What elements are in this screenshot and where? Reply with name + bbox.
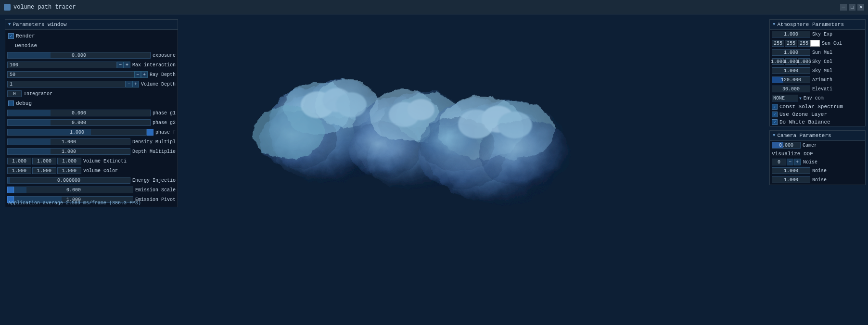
sky-col-fields: 1.006 1.006 1.006 (772, 58, 810, 65)
energy-inject-label: Energy Injectio (130, 178, 176, 183)
emission-scale-row: 0.000 Emission Scale (7, 186, 176, 194)
ray-depth-minus[interactable]: − (134, 71, 141, 78)
atm-collapse-arrow-icon[interactable]: ▼ (773, 22, 775, 27)
sun-col-g[interactable]: 255 (785, 40, 797, 47)
sky-mul-row: 1.000 Sky Mul (770, 66, 865, 75)
vol-color-b[interactable]: 1.000 (57, 167, 81, 174)
azimuth-row: 120.000 Azimuth (770, 75, 865, 84)
do-white-balance-row: Do White Balance (770, 118, 865, 126)
volume-depth-label: Volume Depth (139, 82, 176, 87)
visualize-dof-label: Visualize DOF (772, 151, 813, 157)
max-interaction-value: 100 (10, 62, 18, 68)
depth-mult-slider[interactable]: 1.000 (7, 148, 130, 155)
atm-panel-title: Atmosphere Parameters (777, 22, 844, 27)
volume-depth-minus[interactable]: − (126, 81, 132, 88)
sky-mul-field[interactable]: 1.000 (772, 67, 810, 74)
minimize-button[interactable]: ─ (840, 4, 847, 11)
const-solar-checkbox[interactable] (772, 104, 778, 110)
use-ozone-label: Use Ozone Layer (779, 112, 827, 117)
depth-mult-label: Depth Multiplie (130, 149, 176, 154)
render-checkbox[interactable] (8, 33, 14, 39)
vol-extinction-g[interactable]: 1.000 (32, 158, 56, 164)
ray-depth-field[interactable]: 50 (7, 71, 134, 78)
vol-extinction-r[interactable]: 1.000 (7, 158, 31, 164)
noise-plus-btn[interactable]: + (794, 159, 801, 165)
noise1-row: 1.000 Noise (770, 166, 865, 175)
sun-mul-field[interactable]: 1.000 (772, 49, 810, 56)
sky-col-row: 1.006 1.006 1.006 Sky Col (770, 57, 865, 66)
elevation-field[interactable]: 30.000 (772, 86, 810, 92)
noise2-label: Noise (810, 177, 827, 183)
sky-col-b[interactable]: 1.006 (798, 58, 810, 65)
vol-color-label: Volume Color (81, 168, 118, 174)
ray-depth-value: 50 (10, 72, 15, 77)
atm-panel-header: ▼ Atmosphere Parameters (770, 20, 865, 30)
emission-scale-color (7, 187, 14, 193)
phase-g1-slider[interactable]: 0.000 (7, 110, 151, 116)
emission-pivot-value: 1.000 (14, 197, 133, 202)
exposure-slider[interactable]: 0.000 (7, 52, 151, 59)
env-comp-value[interactable]: NONE (772, 95, 798, 101)
max-interaction-field[interactable]: 100 (7, 62, 117, 68)
energy-inject-slider[interactable]: 0.000000 (7, 177, 130, 184)
maximize-button[interactable]: □ (849, 4, 855, 11)
do-white-balance-checkbox[interactable] (772, 119, 778, 125)
camera-panel: ▼ Camera Parameters 0.000 Camer Visualiz… (769, 130, 866, 185)
env-comp-dropdown[interactable]: NONE ▼ (772, 95, 802, 101)
phase-f-slider[interactable]: 1.000 (7, 129, 147, 136)
cam-panel-title: Camera Parameters (777, 133, 831, 138)
vol-color-r[interactable]: 1.000 (7, 167, 31, 174)
noise-minus-btn[interactable]: − (787, 159, 793, 165)
noise-step-field[interactable]: 0 (772, 159, 786, 165)
sun-col-fields: 255 255 255 (772, 40, 810, 47)
vol-color-row: 1.000 1.000 1.000 Volume Color (7, 166, 176, 175)
emission-scale-slider[interactable]: 0.000 (14, 187, 133, 193)
vol-extinction-row: 1.000 1.000 1.000 Volume Extincti (7, 157, 176, 165)
ray-depth-plus[interactable]: + (141, 71, 148, 78)
vol-color-g[interactable]: 1.000 (32, 167, 56, 174)
azimuth-value: 120.000 (781, 77, 801, 83)
sky-exp-field[interactable]: 1.000 (772, 31, 810, 38)
azimuth-field[interactable]: 120.000 (772, 76, 810, 83)
integrator-field[interactable]: 0 (7, 90, 22, 97)
noise2-field[interactable]: 1.000 (772, 176, 810, 183)
max-interaction-plus[interactable]: + (124, 62, 130, 68)
env-comp-row: NONE ▼ Env com (770, 94, 865, 102)
cam-collapse-arrow-icon[interactable]: ▼ (773, 133, 775, 138)
camera-field[interactable]: 0.000 (772, 142, 801, 149)
vol-extinction-b[interactable]: 1.000 (57, 158, 81, 164)
left-panel: ▼ Parameters window Render Denoise 0.000… (5, 19, 178, 207)
sun-col-b[interactable]: 255 (798, 40, 810, 47)
use-ozone-checkbox[interactable] (772, 112, 778, 117)
debug-label: debug (16, 100, 32, 106)
volume-depth-field[interactable]: 1 (7, 81, 126, 88)
canvas-area: ▼ Parameters window Render Denoise 0.000… (0, 14, 868, 325)
max-interaction-minus[interactable]: − (117, 62, 124, 68)
svg-point-27 (336, 92, 367, 117)
noise1-field[interactable]: 1.000 (772, 167, 810, 174)
energy-inject-value: 0.000000 (8, 178, 130, 183)
noise-step-value: 0 (778, 160, 780, 165)
phase-g1-row: 0.000 phase g1 (7, 109, 176, 117)
sky-col-g[interactable]: 1.006 (785, 58, 797, 65)
collapse-arrow-icon[interactable]: ▼ (8, 22, 11, 27)
close-button[interactable]: ✕ (857, 4, 864, 11)
noise-step-row: 0 − + Noise (770, 158, 865, 166)
integrator-row: 0 Integrator (7, 89, 176, 98)
max-interaction-label: Max interaction (130, 62, 176, 68)
phase-g2-slider[interactable]: 0.000 (7, 119, 151, 126)
energy-inject-row: 0.000000 Energy Injectio (7, 176, 176, 185)
sun-col-swatch (810, 40, 820, 47)
phase-g2-value: 0.000 (8, 120, 150, 125)
const-solar-row: Const Solar Spectrum (770, 103, 865, 111)
camera-row: 0.000 Camer (770, 141, 865, 150)
debug-checkbox[interactable] (8, 100, 14, 106)
sun-col-r[interactable]: 255 (772, 40, 784, 47)
integrator-label: Integrator (22, 91, 52, 97)
sky-col-r[interactable]: 1.006 (772, 58, 784, 65)
volume-depth-value: 1 (10, 82, 13, 87)
title-bar-left: volume path tracer (4, 4, 76, 11)
volume-depth-plus[interactable]: + (132, 81, 139, 88)
emission-pivot-slider[interactable]: 1.000 (14, 196, 133, 203)
density-mult-slider[interactable]: 1.000 (7, 138, 130, 145)
